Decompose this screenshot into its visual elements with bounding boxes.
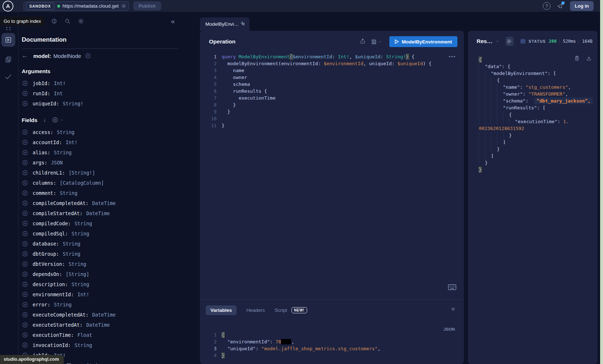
add-field-icon[interactable] [22, 230, 28, 237]
copy-response-icon[interactable] [574, 55, 580, 63]
add-all-fields-icon[interactable] [85, 53, 91, 59]
run-operation-button[interactable]: ModelByEnvironment [389, 36, 457, 47]
field-row[interactable]: childrenL1 [String!] [22, 168, 178, 178]
add-field-icon[interactable] [22, 210, 28, 217]
settings-gear-icon[interactable] [78, 18, 84, 26]
json-view-toggle-icon[interactable] [506, 37, 514, 46]
add-field-icon[interactable] [22, 342, 28, 348]
collapse-variables-icon[interactable] [450, 306, 456, 313]
field-row[interactable]: description String [22, 279, 178, 289]
tab-headers[interactable]: Headers [246, 307, 265, 313]
field-row[interactable]: database String [22, 239, 178, 249]
operation-editor[interactable]: 1query ModelByEnvironment($environmentId… [205, 53, 449, 129]
add-field-icon[interactable] [22, 200, 28, 206]
announcements-icon[interactable] [557, 3, 564, 9]
field-row[interactable]: compileStartedAt DateTime [22, 208, 178, 218]
argument-type: Int! [54, 80, 66, 86]
operation-header-icons: ModelByEnvironment [360, 36, 457, 47]
help-icon[interactable]: ? [543, 2, 550, 10]
sort-fields-icon[interactable]: ↓ [43, 117, 46, 123]
endpoint-url-input[interactable]: https://metadata.cloud.get [63, 3, 119, 9]
save-operation-group[interactable] [371, 39, 382, 45]
history-icon[interactable] [51, 18, 57, 26]
field-name: compileStartedAt [33, 210, 83, 216]
add-field-icon[interactable] [22, 149, 28, 156]
add-argument-icon[interactable] [22, 80, 28, 87]
endpoint-url-group[interactable]: SANDBOX https://metadata.cloud.get [24, 1, 129, 11]
field-type: String [75, 221, 92, 226]
keyboard-shortcuts-icon[interactable] [448, 284, 456, 292]
back-arrow-icon[interactable]: ← [22, 52, 30, 59]
add-field-icon[interactable] [22, 180, 28, 186]
field-type: DateTime [92, 312, 116, 318]
field-row[interactable]: compileCompletedAt DateTime [22, 198, 178, 208]
add-field-icon[interactable] [22, 261, 28, 267]
field-row[interactable]: environmentId Int! [22, 289, 178, 300]
field-row[interactable]: executeCompletedAt DateTime [22, 310, 178, 320]
share-icon[interactable] [360, 38, 366, 46]
documentation-panel: Documentation ← model: ModelNode Argumen… [22, 36, 178, 364]
apollo-logo[interactable]: A [3, 1, 13, 12]
field-row[interactable]: columns [CatalogColumn] [22, 178, 178, 188]
add-argument-icon[interactable] [22, 100, 28, 107]
collapse-sidebar-icon[interactable]: « [171, 17, 175, 25]
field-row[interactable]: accountId Int! [22, 137, 178, 147]
checks-nav-icon[interactable] [1, 70, 15, 84]
breadcrumb-type[interactable]: ModelNode [53, 53, 81, 59]
tab-variables[interactable]: Variables [206, 305, 236, 315]
field-row[interactable]: args JSON [22, 158, 178, 168]
response-json[interactable]: {"data": {"modelByEnvironment": [{"name"… [479, 56, 598, 173]
field-row[interactable]: access String [22, 127, 178, 137]
field-row[interactable]: compiledSql String [22, 229, 178, 239]
field-row[interactable]: dependsOn [String] [22, 269, 178, 279]
topbar-right: ? Log in [543, 1, 594, 11]
add-field-icon[interactable] [22, 281, 28, 288]
browser-status-bubble: studio.apollographql.com [0, 355, 64, 364]
add-field-icon[interactable] [22, 251, 28, 257]
add-field-icon[interactable] [22, 271, 28, 277]
add-fields-menu[interactable] [52, 117, 64, 123]
argument-row[interactable]: runId Int [22, 88, 178, 99]
field-row[interactable]: comment String [22, 188, 178, 198]
response-actions [574, 55, 592, 63]
argument-row[interactable]: uniqueId String! [22, 99, 178, 109]
editor-more-icon[interactable]: ••• [449, 54, 456, 59]
add-field-icon[interactable] [22, 301, 28, 308]
field-row[interactable]: alias String [22, 147, 178, 158]
field-row[interactable]: executeStartedAt DateTime [22, 320, 178, 330]
field-row[interactable]: dbtGroup String [22, 249, 178, 259]
response-dropdown-icon[interactable] [495, 39, 500, 43]
field-row[interactable]: invocationId String [22, 340, 178, 350]
add-field-icon[interactable] [22, 190, 28, 196]
table-view-toggle-icon[interactable] [520, 38, 526, 44]
tab-script[interactable]: Script [275, 307, 287, 313]
field-row[interactable]: compiledCode String [22, 218, 178, 229]
explorer-nav-icon[interactable] [1, 33, 15, 47]
add-field-icon[interactable] [22, 332, 28, 338]
add-field-icon[interactable] [22, 291, 28, 298]
search-icon[interactable] [64, 18, 71, 26]
field-row[interactable]: executionTime Float [22, 330, 178, 340]
variables-editor[interactable]: 1{2 "environmentId": 78,3 "uniqueId": "m… [205, 331, 449, 359]
arguments-title: Arguments [22, 68, 178, 74]
new-tab-icon[interactable]: + [240, 19, 244, 28]
field-row[interactable]: error String [22, 300, 178, 310]
publish-button[interactable]: Publish [133, 1, 161, 11]
field-type: String [54, 302, 72, 307]
add-field-icon[interactable] [22, 220, 28, 227]
endpoint-settings-gear-icon[interactable] [121, 3, 126, 9]
login-button[interactable]: Log in [570, 1, 594, 11]
add-field-icon[interactable] [22, 311, 28, 318]
add-field-icon[interactable] [22, 139, 28, 146]
add-field-icon[interactable] [22, 159, 28, 166]
add-argument-icon[interactable] [22, 90, 28, 97]
add-field-icon[interactable] [22, 129, 28, 135]
field-row[interactable]: dbtVersion String [22, 259, 178, 269]
add-field-icon[interactable] [22, 170, 28, 176]
collections-nav-icon[interactable] [1, 53, 15, 66]
add-field-icon[interactable] [22, 240, 28, 247]
add-field-icon[interactable] [22, 322, 28, 328]
apollo-logo-letter: A [6, 3, 10, 9]
download-response-icon[interactable] [586, 55, 592, 63]
argument-row[interactable]: jobId Int! [22, 78, 178, 88]
